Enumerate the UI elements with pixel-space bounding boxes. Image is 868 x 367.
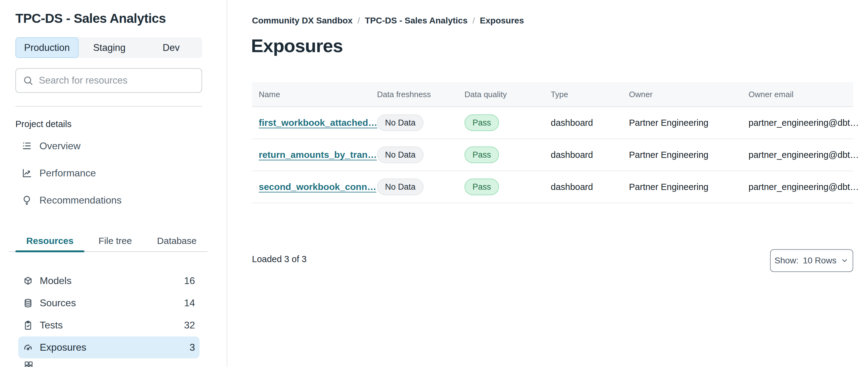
quality-badge: Pass (464, 114, 499, 131)
show-label: Show: (775, 256, 799, 265)
breadcrumb-separator: / (358, 16, 360, 26)
table-row: return_amounts_by_tran… No Data Pass das… (252, 139, 853, 171)
exposure-name-link[interactable]: return_amounts_by_tran… (259, 149, 377, 160)
table-row: first_workbook_attached… No Data Pass da… (252, 107, 853, 139)
owner-cell: Partner Engineering (629, 182, 748, 192)
main-content: Community DX Sandbox / TPC-DS - Sales An… (227, 0, 868, 367)
freshness-badge: No Data (377, 146, 424, 163)
page-title: Exposures (251, 35, 343, 56)
list-icon (22, 141, 32, 151)
sidebar-item-overview[interactable]: Overview (16, 135, 202, 157)
resource-label: Tests (40, 319, 63, 331)
tab-file-tree[interactable]: File tree (84, 233, 146, 249)
sidebar-item-models[interactable]: Models 16 (18, 270, 199, 292)
breadcrumb-separator: / (472, 16, 475, 26)
column-header-quality: Data quality (464, 90, 551, 99)
project-title: TPC-DS - Sales Analytics (16, 11, 166, 26)
type-cell: dashboard (551, 118, 629, 128)
tab-dev-label: Dev (163, 42, 180, 53)
sidebar-item-recommendations[interactable]: Recommendations (16, 189, 202, 211)
table-header-row: Name Data freshness Data quality Type Ow… (252, 82, 853, 107)
exposure-name-link[interactable]: second_workbook_conn… (259, 182, 376, 192)
freshness-badge: No Data (377, 178, 424, 195)
breadcrumb-project[interactable]: TPC-DS - Sales Analytics (365, 16, 468, 26)
panel-tabs: Resources File tree Database (16, 233, 208, 249)
chevron-down-icon (841, 257, 848, 264)
clipboard-check-icon (23, 320, 33, 330)
quality-badge: Pass (464, 146, 499, 163)
sidebar-item-sources[interactable]: Sources 14 (18, 292, 199, 314)
resource-label: Models (40, 275, 71, 286)
sidebar: TPC-DS - Sales Analytics Production Stag… (0, 0, 227, 367)
exposure-name-link[interactable]: first_workbook_attached… (259, 117, 377, 128)
resource-count: 3 (189, 342, 195, 353)
resource-label: Exposures (40, 342, 86, 353)
tab-database[interactable]: Database (146, 233, 208, 249)
database-icon (23, 298, 33, 308)
resource-label: Sources (40, 297, 76, 309)
table-row: second_workbook_conn… No Data Pass dashb… (252, 171, 853, 203)
loaded-status: Loaded 3 of 3 (252, 254, 307, 264)
environment-tabs: Production Staging Dev (16, 37, 202, 58)
project-details-label: Project details (16, 119, 71, 129)
active-tab-indicator (16, 250, 84, 252)
tab-staging[interactable]: Staging (79, 37, 141, 58)
search-placeholder: Search for resources (39, 75, 127, 86)
cube-icon (23, 276, 33, 286)
sidebar-item-exposures[interactable]: Exposures 3 (18, 336, 199, 358)
tab-resources[interactable]: Resources (16, 233, 84, 249)
owner-email-cell: partner_engineering@dbt… (748, 150, 859, 160)
column-header-type: Type (551, 90, 629, 99)
search-icon (23, 75, 33, 86)
resource-count: 32 (184, 319, 195, 331)
sidebar-item-performance[interactable]: Performance (16, 162, 202, 184)
owner-cell: Partner Engineering (629, 118, 748, 128)
owner-email-cell: partner_engineering@dbt… (748, 118, 859, 128)
line-chart-icon (22, 168, 32, 178)
gauge-icon (23, 343, 33, 352)
sidebar-divider (16, 106, 202, 107)
column-header-owner-email: Owner email (748, 90, 853, 99)
breadcrumb: Community DX Sandbox / TPC-DS - Sales An… (252, 16, 524, 26)
sidebar-item-tests[interactable]: Tests 32 (18, 314, 199, 336)
tab-staging-label: Staging (93, 42, 125, 53)
grid-icon (23, 360, 34, 367)
quality-badge: Pass (464, 178, 499, 195)
resource-count: 16 (184, 275, 195, 286)
tab-production-label: Production (24, 42, 70, 53)
show-value: 10 Rows (803, 256, 836, 265)
freshness-badge: No Data (377, 114, 424, 131)
show-rows-dropdown[interactable]: Show: 10 Rows (770, 249, 853, 272)
tab-resources-label: Resources (26, 236, 73, 246)
exposures-table: Name Data freshness Data quality Type Ow… (252, 82, 853, 203)
breadcrumb-account[interactable]: Community DX Sandbox (252, 16, 353, 26)
column-header-freshness: Data freshness (377, 90, 464, 99)
tab-production[interactable]: Production (16, 37, 79, 58)
column-header-owner: Owner (629, 90, 748, 99)
sidebar-item-label: Recommendations (39, 195, 122, 206)
lightbulb-icon (22, 195, 32, 205)
tab-database-label: Database (157, 236, 196, 246)
breadcrumb-current: Exposures (480, 16, 524, 26)
type-cell: dashboard (551, 182, 629, 192)
owner-cell: Partner Engineering (629, 150, 748, 160)
owner-email-cell: partner_engineering@dbt… (748, 182, 859, 192)
type-cell: dashboard (551, 150, 629, 160)
search-input[interactable]: Search for resources (16, 68, 202, 93)
sidebar-item-label: Overview (39, 140, 81, 152)
tab-file-tree-label: File tree (99, 236, 132, 246)
column-header-name: Name (259, 90, 377, 99)
sidebar-item-label: Performance (39, 167, 96, 179)
tab-dev[interactable]: Dev (140, 37, 202, 58)
resource-count: 14 (184, 297, 195, 309)
